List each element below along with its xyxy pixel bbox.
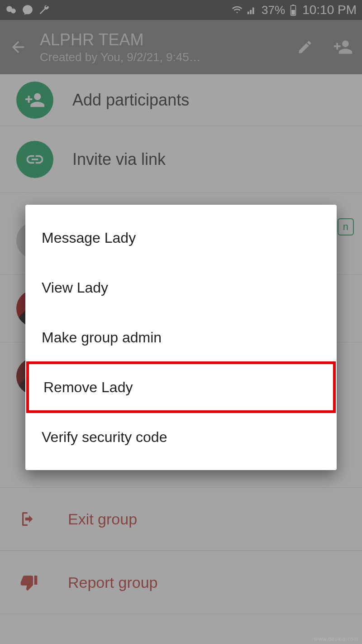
menu-message[interactable]: Message Lady [25,213,337,263]
participant-context-menu: Message Lady View Lady Make group admin … [25,205,337,470]
watermark-text: www.deuaiq.com [314,636,358,642]
menu-make-admin[interactable]: Make group admin [25,312,337,362]
menu-remove[interactable]: Remove Lady [27,362,335,412]
menu-verify[interactable]: Verify security code [25,412,337,462]
menu-view[interactable]: View Lady [25,263,337,312]
